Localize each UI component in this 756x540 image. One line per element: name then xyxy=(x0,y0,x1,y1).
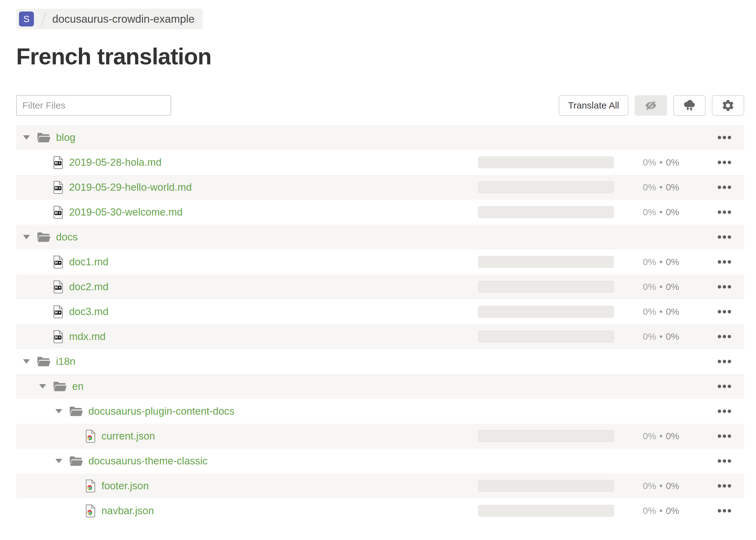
tree-row-file[interactable]: current.json 0%•0% xyxy=(16,424,744,449)
markdown-file-icon xyxy=(53,181,64,194)
settings-button[interactable] xyxy=(712,95,744,116)
folder-name-link[interactable]: i18n xyxy=(56,355,75,367)
triangle-down-icon[interactable] xyxy=(39,384,46,388)
translated-percent: 0% xyxy=(643,306,656,317)
ellipsis-menu-icon[interactable] xyxy=(718,308,731,316)
file-name-link[interactable]: mdx.md xyxy=(69,331,105,342)
progress-percentages: 0%•0% xyxy=(643,207,679,217)
markdown-file-icon xyxy=(53,330,64,343)
tree-row-file[interactable]: doc1.md 0%•0% xyxy=(16,249,744,274)
ellipsis-menu-icon[interactable] xyxy=(718,258,731,266)
translate-all-button[interactable]: Translate All xyxy=(559,95,628,116)
percent-separator: • xyxy=(659,182,663,192)
hide-completed-toggle-button[interactable] xyxy=(635,95,667,116)
file-name-link[interactable]: doc3.md xyxy=(69,306,108,318)
progress-bar xyxy=(478,157,614,168)
translated-percent: 0% xyxy=(643,182,656,192)
tree-row-file[interactable]: footer.json 0%•0% xyxy=(16,473,744,498)
tree-row-file[interactable]: 2019-05-30-welcome.md 0%•0% xyxy=(16,200,744,224)
translated-percent: 0% xyxy=(643,331,656,341)
file-name-link[interactable]: current.json xyxy=(101,430,155,442)
tree-row-folder[interactable]: docusaurus-plugin-content-docs xyxy=(16,399,744,424)
percent-separator: • xyxy=(659,257,663,267)
ellipsis-menu-icon[interactable] xyxy=(718,209,731,216)
ellipsis-menu-icon[interactable] xyxy=(718,134,731,141)
triangle-down-icon[interactable] xyxy=(23,135,30,140)
file-name-link[interactable]: 2019-05-28-hola.md xyxy=(69,157,161,168)
tree-row-folder[interactable]: docusaurus-theme-classic xyxy=(16,449,744,473)
triangle-down-icon[interactable] xyxy=(23,235,30,239)
progress-percentages: 0%•0% xyxy=(643,431,679,441)
progress-bar xyxy=(478,505,614,517)
ellipsis-menu-icon[interactable] xyxy=(718,184,731,191)
json-file-icon xyxy=(85,479,96,493)
ellipsis-menu-icon[interactable] xyxy=(718,159,731,166)
ellipsis-menu-icon[interactable] xyxy=(718,234,731,241)
file-name-link[interactable]: navbar.json xyxy=(101,505,154,517)
cloud-sync-icon xyxy=(682,99,696,112)
ellipsis-menu-icon[interactable] xyxy=(718,283,731,291)
translated-percent: 0% xyxy=(643,157,656,167)
translated-percent: 0% xyxy=(643,207,656,217)
ellipsis-menu-icon[interactable] xyxy=(718,482,731,489)
approved-percent: 0% xyxy=(666,257,679,267)
workspace-logo[interactable]: S xyxy=(19,12,34,27)
ellipsis-menu-icon[interactable] xyxy=(718,408,731,415)
tree-row-folder[interactable]: en xyxy=(16,374,744,399)
tree-row-file[interactable]: doc3.md 0%•0% xyxy=(16,299,744,324)
progress-percentages: 0%•0% xyxy=(643,182,679,193)
progress-percentages: 0%•0% xyxy=(643,306,679,317)
breadcrumb-project-name[interactable]: docusaurus-crowdin-example xyxy=(52,13,195,25)
file-name-link[interactable]: 2019-05-30-welcome.md xyxy=(69,206,183,218)
triangle-down-icon[interactable] xyxy=(23,359,30,364)
translated-percent: 0% xyxy=(643,257,656,267)
eye-off-icon xyxy=(644,99,658,112)
percent-separator: • xyxy=(659,431,663,441)
markdown-file-icon xyxy=(53,280,64,294)
folder-name-link[interactable]: docs xyxy=(56,231,78,243)
tree-row-file[interactable]: 2019-05-28-hola.md 0%•0% xyxy=(16,150,744,175)
sync-files-button[interactable] xyxy=(673,95,705,116)
triangle-down-icon[interactable] xyxy=(55,409,62,413)
tree-row-file[interactable]: 2019-05-29-hello-world.md 0%•0% xyxy=(16,175,744,200)
folder-icon xyxy=(37,132,51,143)
tree-row-file[interactable]: mdx.md 0%•0% xyxy=(16,324,744,349)
filter-files-input[interactable] xyxy=(16,95,171,116)
file-tree: blog 2019-05-28-hola.md 0%•0% 2019-05-29… xyxy=(16,125,744,523)
approved-percent: 0% xyxy=(666,431,679,441)
ellipsis-menu-icon[interactable] xyxy=(718,458,731,465)
ellipsis-menu-icon[interactable] xyxy=(718,507,731,514)
file-name-link[interactable]: 2019-05-29-hello-world.md xyxy=(69,181,192,193)
json-file-icon xyxy=(85,504,96,518)
folder-icon xyxy=(37,232,51,243)
triangle-down-icon[interactable] xyxy=(55,459,62,463)
ellipsis-menu-icon[interactable] xyxy=(718,358,731,365)
tree-row-folder[interactable]: i18n xyxy=(16,349,744,374)
tree-row-file[interactable]: doc2.md 0%•0% xyxy=(16,274,744,299)
percent-separator: • xyxy=(659,480,663,491)
file-name-link[interactable]: doc2.md xyxy=(69,281,108,293)
folder-name-link[interactable]: blog xyxy=(56,132,75,143)
percent-separator: • xyxy=(659,306,663,317)
breadcrumb-separator-icon xyxy=(41,12,46,26)
tree-row-file[interactable]: navbar.json 0%•0% xyxy=(16,498,744,523)
toolbar-actions: Translate All xyxy=(559,95,744,116)
folder-name-link[interactable]: docusaurus-theme-classic xyxy=(88,455,208,467)
progress-percentages: 0%•0% xyxy=(643,257,679,267)
folder-name-link[interactable]: en xyxy=(72,380,84,392)
markdown-file-icon xyxy=(53,255,64,269)
folder-icon xyxy=(53,381,67,392)
percent-separator: • xyxy=(659,207,663,217)
ellipsis-menu-icon[interactable] xyxy=(718,383,731,390)
ellipsis-menu-icon[interactable] xyxy=(718,433,731,440)
progress-bar xyxy=(478,281,614,293)
breadcrumb: S docusaurus-crowdin-example xyxy=(16,9,203,29)
markdown-file-icon xyxy=(53,205,64,219)
folder-name-link[interactable]: docusaurus-plugin-content-docs xyxy=(88,405,234,417)
progress-bar xyxy=(478,206,614,218)
file-name-link[interactable]: doc1.md xyxy=(69,256,108,268)
tree-row-folder[interactable]: blog xyxy=(16,125,744,150)
file-name-link[interactable]: footer.json xyxy=(101,480,149,492)
ellipsis-menu-icon[interactable] xyxy=(718,333,731,340)
tree-row-folder[interactable]: docs xyxy=(16,224,744,249)
